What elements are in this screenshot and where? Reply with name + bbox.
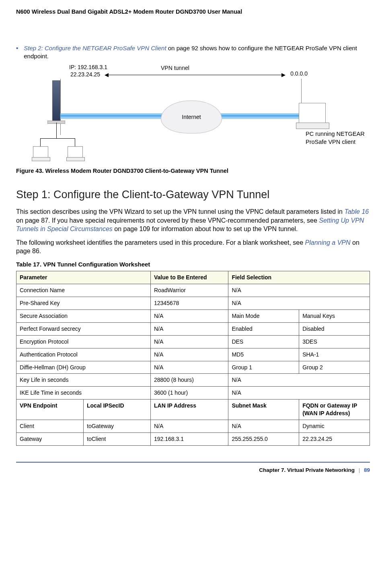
footer-page-number: 89 <box>364 467 370 473</box>
label-ip-wan: 22.23.24.25 <box>70 71 100 78</box>
cell-value: N/A <box>151 348 228 361</box>
paragraph-2: The following worksheet identifies the p… <box>16 238 370 256</box>
bullet-item: • Step 2: Configure the NETGEAR ProSafe … <box>16 44 370 61</box>
subhead-cell: LAN IP Address <box>151 400 228 420</box>
page-footer: Chapter 7. Virtual Private Networking | … <box>16 462 370 474</box>
table-row: Encryption ProtocolN/ADES3DES <box>16 335 370 348</box>
p1-c: on page 109 for information about how to… <box>113 225 298 232</box>
cell-field: N/A <box>228 387 370 400</box>
bullet-text: Step 2: Configure the NETGEAR ProSafe VP… <box>24 44 370 61</box>
doc-header: N600 Wireless Dual Band Gigabit ADSL2+ M… <box>16 8 370 16</box>
cell-parameter: Encryption Protocol <box>16 335 151 348</box>
link-step2[interactable]: Step 2: Configure the NETGEAR ProSafe VP… <box>24 45 166 51</box>
cell-field: N/A <box>228 297 370 310</box>
lan-line <box>75 138 75 146</box>
footer-chapter: Chapter 7. Virtual Private Networking <box>259 467 355 473</box>
cell: Client <box>16 420 84 432</box>
cell-value: N/A <box>151 322 228 335</box>
cell-field: N/A <box>228 374 370 387</box>
cell: 192.168.3.1 <box>151 432 228 445</box>
figure-diagram: IP: 192.168.3.1 22.23.24.25 VPN tunnel 0… <box>40 64 370 165</box>
cell-field: Disabled <box>299 322 370 335</box>
cell-parameter: Pre-Shared Key <box>16 297 151 310</box>
table-row: Perfect Forward secrecyN/AEnabledDisable… <box>16 322 370 335</box>
table-row: IKE Life Time in seconds3600 (1 hour)N/A <box>16 387 370 400</box>
cell-field: SHA-1 <box>299 348 370 361</box>
cell-parameter: Perfect Forward secrecy <box>16 322 151 335</box>
subhead-cell: Local IPSecID <box>84 400 151 420</box>
router-icon <box>52 80 60 121</box>
arrow-line <box>107 75 283 75</box>
cell-value: N/A <box>151 335 228 348</box>
label-ip-lan: IP: 192.168.3.1 <box>69 64 107 71</box>
footer-sep-icon: | <box>359 467 360 473</box>
arrow-left-icon <box>105 73 109 77</box>
cell-field: Manual Keys <box>299 309 370 322</box>
subhead-cell: Subnet Mask <box>228 400 299 420</box>
table-row: Authentication ProtocolN/AMD5SHA-1 <box>16 348 370 361</box>
table-subheader-row: VPN EndpointLocal IPSecIDLAN IP AddressS… <box>16 400 370 420</box>
section-heading: Step 1: Configure the Client-to-Gateway … <box>16 187 370 202</box>
cell-field: N/A <box>228 284 370 297</box>
guide-line-left <box>60 79 61 135</box>
vpn-worksheet-table: Parameter Value to Be Entered Field Sele… <box>16 271 370 445</box>
cell: Dynamic <box>299 420 370 432</box>
lan-line <box>40 138 41 146</box>
lan-line <box>56 123 57 139</box>
figure-caption: Figure 43. Wireless Modem Router DGND370… <box>16 167 370 175</box>
p2-a: The following worksheet identifies the p… <box>16 239 305 246</box>
cell: 22.23.24.25 <box>299 432 370 445</box>
th-field-selection: Field Selection <box>228 271 370 284</box>
cell: toClient <box>84 432 151 445</box>
table-caption: Table 17. VPN Tunnel Configuration Works… <box>16 260 370 268</box>
table-row: Secure AssociationN/AMain ModeManual Key… <box>16 309 370 322</box>
cell-value: RoadWarrior <box>151 284 228 297</box>
table-row: ClienttoGatewayN/AN/ADynamic <box>16 420 370 432</box>
cell-parameter: Secure Association <box>16 309 151 322</box>
p1-a: This section describes using the VPN Wiz… <box>16 208 344 215</box>
paragraph-1: This section describes using the VPN Wiz… <box>16 207 370 234</box>
link-planning-vpn[interactable]: Planning a VPN <box>305 239 351 246</box>
label-ip-client: 0.0.0.0 <box>290 70 308 78</box>
cell-value: 3600 (1 hour) <box>151 387 228 400</box>
cell-parameter: Diffie-Hellman (DH) Group <box>16 361 151 374</box>
internet-cloud-icon: Internet <box>161 100 222 133</box>
client-pc-icon <box>299 103 326 124</box>
cell-value: N/A <box>151 361 228 374</box>
cell: N/A <box>151 420 228 432</box>
bullet-dot-icon: • <box>16 44 18 61</box>
p1-b: on page 87. If you have special requirem… <box>16 217 319 224</box>
cell-value: 28800 (8 hours) <box>151 374 228 387</box>
table-row: Connection NameRoadWarriorN/A <box>16 284 370 297</box>
cell-parameter: IKE Life Time in seconds <box>16 387 151 400</box>
cell-parameter: Connection Name <box>16 284 151 297</box>
cell-field: DES <box>228 335 299 348</box>
cell-field: 3DES <box>299 335 370 348</box>
cell-field: Group 1 <box>228 361 299 374</box>
cell-field: Main Mode <box>228 309 299 322</box>
link-table16[interactable]: Table 16 <box>344 208 369 215</box>
cell: Gateway <box>16 432 84 445</box>
lan-pc-icon <box>68 146 83 158</box>
cell: N/A <box>228 420 299 432</box>
cell-value: N/A <box>151 309 228 322</box>
table-row: GatewaytoClient192.168.3.1255.255.255.02… <box>16 432 370 445</box>
table-row: Diffie-Hellman (DH) GroupN/AGroup 1Group… <box>16 361 370 374</box>
lan-line <box>40 138 75 139</box>
arrow-right-icon <box>281 73 285 77</box>
client-pc-caption: PC running NETGEAR ProSafe VPN client <box>306 130 370 146</box>
table-row: Key Life in seconds28800 (8 hours)N/A <box>16 374 370 387</box>
subhead-cell: VPN Endpoint <box>16 400 84 420</box>
cell-field: Enabled <box>228 322 299 335</box>
subhead-cell: FQDN or Gateway IP (WAN IP Address) <box>299 400 370 420</box>
cell-parameter: Key Life in seconds <box>16 374 151 387</box>
th-value: Value to Be Entered <box>151 271 228 284</box>
cell: toGateway <box>84 420 151 432</box>
cell: 255.255.255.0 <box>228 432 299 445</box>
label-vpn-tunnel: VPN tunnel <box>161 64 189 72</box>
cell-field: Group 2 <box>299 361 370 374</box>
th-parameter: Parameter <box>16 271 151 284</box>
lan-pc-icon <box>33 146 48 158</box>
cell-parameter: Authentication Protocol <box>16 348 151 361</box>
cell-value: 12345678 <box>151 297 228 310</box>
